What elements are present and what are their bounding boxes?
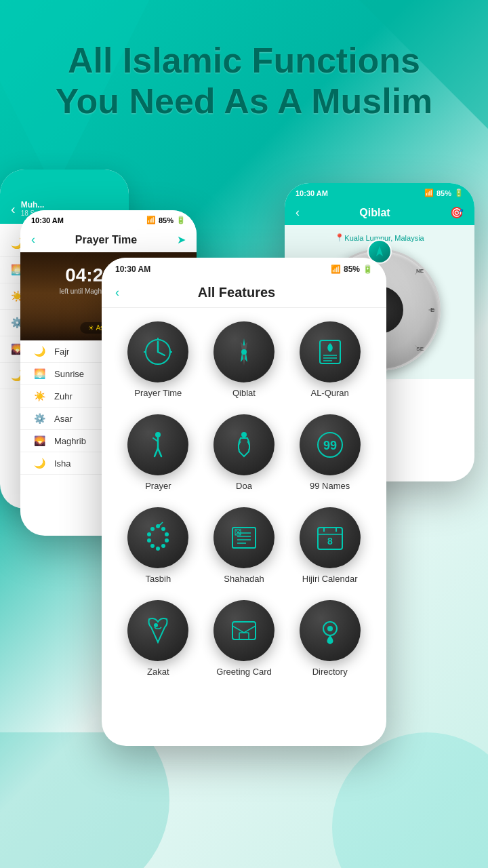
features-status-bar: 10:30 AM 📶 85% 🔋 (102, 258, 386, 278)
sunset-icon: 🌄 (31, 435, 47, 446)
features-status-icons: 📶 85% 🔋 (331, 264, 373, 274)
back-icon[interactable]: ‹ (115, 285, 119, 300)
tasbih-feature[interactable]: Tasbih (122, 507, 195, 584)
svg-point-53 (154, 623, 158, 627)
svg-point-27 (241, 432, 247, 437)
ne-label: NE (416, 268, 424, 274)
hero-line2: You Need As A Muslim (27, 81, 461, 122)
hero-title: All Islamic Functions You Need As A Musl… (27, 41, 461, 122)
zakat-label: Zakat (147, 667, 169, 677)
wifi-icon: 📶 (146, 216, 156, 224)
battery-icon: 🔋 (454, 189, 464, 197)
hero-section: All Islamic Functions You Need As A Musl… (0, 41, 488, 122)
doa-label: Doa (236, 481, 252, 491)
crescent-icon: 🌙 (31, 458, 47, 469)
svg-point-33 (165, 538, 169, 542)
quran-feature[interactable]: AL-Quran (293, 321, 366, 398)
qiblat-feature[interactable]: Qiblat (208, 321, 281, 398)
shahadah-icon (214, 507, 274, 568)
qiblat-time: 10:30 AM (296, 189, 328, 197)
greeting-card-feature[interactable]: Greeting Card (208, 600, 281, 677)
svg-point-37 (147, 538, 151, 542)
svg-point-17 (241, 349, 247, 355)
greeting-card-label: Greeting Card (216, 667, 272, 677)
directory-icon (300, 600, 361, 661)
svg-marker-0 (376, 246, 383, 256)
location-icon: ➤ (177, 233, 186, 246)
shahadah-feature[interactable]: Shahadah (208, 507, 281, 584)
prayer-name: Zuhr (54, 391, 73, 401)
names-icon: 99 (300, 414, 361, 475)
phones-container: 10:30 AM 📶 85% 🔋 ‹ Prayer Time ➤ 04:29:3… (0, 170, 488, 868)
doa-icon (214, 414, 274, 475)
quran-icon (300, 321, 361, 382)
zakat-feature[interactable]: Zakat (122, 600, 195, 677)
svg-point-31 (161, 527, 165, 531)
battery-display: 85% (159, 216, 174, 224)
prayer-name: Maghrib (54, 436, 86, 446)
sunrise-icon: 🌅 (31, 368, 47, 379)
svg-point-35 (156, 547, 160, 551)
quran-label: AL-Quran (310, 388, 348, 398)
calendar-icon: 8 (300, 507, 361, 568)
prayer-name: Sunrise (54, 369, 84, 379)
features-battery: 85% (344, 264, 360, 274)
wifi-icon: 📶 (424, 189, 434, 197)
calendar-label: Hijiri Calendar (302, 574, 358, 584)
battery-icon: 🔋 (176, 216, 186, 224)
moon-icon: 🌙 (31, 346, 47, 357)
prayer-time-feature[interactable]: Prayer Time (122, 321, 195, 398)
shahadah-label: Shahadah (224, 574, 264, 584)
qiblat-label: Qiblat (232, 388, 256, 398)
qiblat-status-bar: 10:30 AM 📶 85% 🔋 (285, 183, 474, 200)
svg-rect-54 (232, 622, 256, 639)
calendar-feature[interactable]: 8 Hijiri Calendar (293, 507, 366, 584)
prayer-feature[interactable]: Prayer (122, 414, 195, 491)
svg-text:99: 99 (323, 439, 337, 452)
names-label: 99 Names (310, 481, 350, 491)
side-month: Muh... (21, 200, 45, 210)
prayer-nav-title: Prayer Time (75, 234, 137, 246)
svg-point-32 (165, 532, 169, 536)
directory-label: Directory (312, 667, 348, 677)
wifi-icon: 📶 (331, 264, 341, 274)
prayer-time-label: Prayer Time (134, 388, 182, 398)
features-nav-title: All Features (198, 285, 275, 300)
sun-icon: ☀️ (31, 391, 47, 401)
se-label: SE (416, 346, 424, 352)
back-icon[interactable]: ‹ (31, 233, 35, 247)
prayer-posture-label: Prayer (145, 481, 171, 491)
svg-point-36 (150, 544, 155, 548)
qiblat-nav-bar: ‹ Qiblat 🎯 (285, 200, 474, 225)
greeting-card-icon (214, 600, 274, 661)
features-nav-bar: ‹ All Features (102, 278, 386, 308)
prayer-name: Asar (54, 414, 73, 424)
tasbih-label: Tasbih (146, 574, 171, 584)
svg-line-11 (158, 352, 165, 355)
names-feature[interactable]: 99 99 Names (293, 414, 366, 491)
features-phone: 10:30 AM 📶 85% 🔋 ‹ All Features (102, 258, 386, 746)
location-pin-icon: 📍 (335, 233, 344, 242)
svg-line-25 (155, 448, 158, 456)
prayer-status-bar: 10:30 AM 📶 85% 🔋 (20, 210, 197, 227)
doa-feature[interactable]: Doa (208, 414, 281, 491)
svg-point-38 (147, 532, 151, 536)
qiblat-battery: 85% (436, 189, 451, 197)
prayer-status-icons: 📶 85% 🔋 (146, 216, 186, 224)
features-grid: Prayer Time Qiblat (102, 308, 386, 690)
qiblat-icon (214, 321, 274, 382)
east-label: E (430, 307, 434, 313)
svg-text:8: 8 (327, 536, 333, 547)
qiblat-status-icons: 📶 85% 🔋 (424, 189, 464, 197)
target-icon: 🎯 (450, 206, 464, 219)
svg-rect-55 (239, 633, 249, 639)
prayer-time-display: 10:30 AM (31, 216, 64, 224)
back-icon[interactable]: ‹ (11, 201, 16, 217)
svg-point-34 (161, 544, 165, 548)
prayer-nav-bar: ‹ Prayer Time ➤ (20, 227, 197, 252)
qiblat-nav-title: Qiblat (359, 207, 390, 219)
back-icon[interactable]: ‹ (296, 205, 300, 220)
battery-icon: 🔋 (363, 264, 373, 274)
prayer-name: Fajr (54, 347, 69, 357)
directory-feature[interactable]: Directory (293, 600, 366, 677)
